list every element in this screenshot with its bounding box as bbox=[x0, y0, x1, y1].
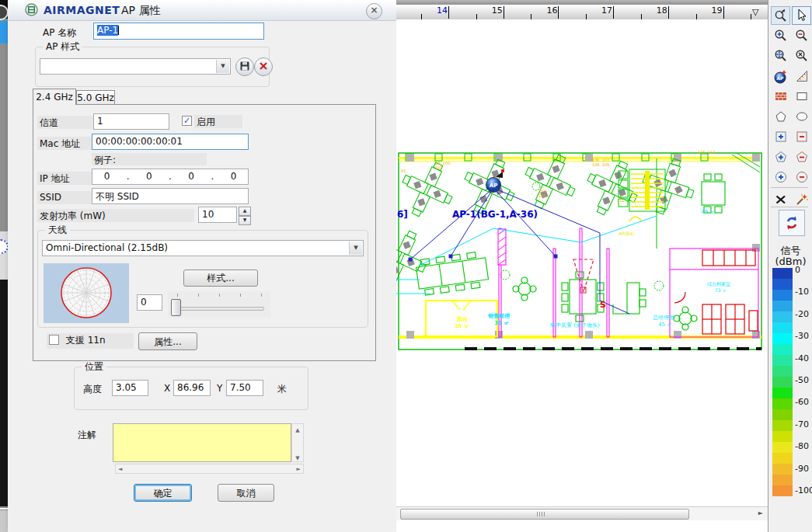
cancel-button[interactable]: 取消 bbox=[218, 484, 274, 502]
delete-style-button[interactable] bbox=[254, 57, 273, 76]
add-rect-area-button[interactable] bbox=[771, 127, 790, 146]
note-textarea[interactable] bbox=[113, 423, 291, 462]
antenna-style-button[interactable]: 样式... bbox=[183, 269, 258, 287]
ruler-number: 15 bbox=[479, 5, 503, 16]
spinner-down-icon[interactable]: ▼ bbox=[239, 216, 251, 225]
ok-button[interactable]: 确定 bbox=[134, 484, 192, 502]
text-caret bbox=[118, 26, 119, 35]
properties-button[interactable]: 属性... bbox=[138, 332, 197, 350]
svg-text:111.: 111. bbox=[617, 198, 626, 203]
ruler-triangle-icon bbox=[795, 69, 809, 83]
slider-track[interactable] bbox=[173, 307, 264, 311]
scroll-right-icon[interactable]: ► bbox=[758, 509, 763, 516]
remove-circle-area-button[interactable] bbox=[792, 168, 811, 186]
antenna-group: 天线 Omni-Directional (2.15dB) ▼ 样式... 0 bbox=[37, 230, 368, 328]
power-input[interactable]: 10 bbox=[198, 207, 237, 223]
ssid-input[interactable]: 不明 SSID bbox=[92, 188, 249, 204]
map-canvas[interactable]: AP AP-1(BG-1,A-36)6]91.98. 100.101.104.1… bbox=[396, 19, 768, 506]
draw-wall-button[interactable] bbox=[771, 87, 790, 106]
ip-octet-1[interactable]: 0 bbox=[104, 171, 110, 183]
height-input[interactable]: 3.05 bbox=[112, 380, 148, 396]
y-input[interactable]: 7.50 bbox=[226, 380, 263, 396]
add-polygon-area-button[interactable] bbox=[771, 148, 790, 166]
power-spinner[interactable]: ▲ ▼ bbox=[239, 207, 251, 225]
ap-properties-dialog: AIRMAGNET AP 属性 × AP 名称 AP-1 AP 样式 ▼ 2.4… bbox=[8, 0, 397, 532]
ellipse-icon bbox=[795, 110, 809, 123]
dialog-titlebar[interactable]: AIRMAGNET AP 属性 × bbox=[8, 0, 396, 21]
ap-name-input[interactable]: AP-1 bbox=[93, 23, 264, 40]
map-hscrollbar[interactable]: ► bbox=[396, 506, 768, 520]
scroll-down-icon[interactable]: ▼ bbox=[292, 455, 303, 461]
mac-input[interactable]: 00:00:00:00:00:01 bbox=[92, 134, 249, 150]
refresh-signal-button[interactable] bbox=[779, 210, 805, 236]
zoom-in-button[interactable] bbox=[771, 26, 790, 45]
ruler-number: 19 bbox=[699, 5, 723, 16]
hscroll-thumb[interactable] bbox=[400, 509, 689, 520]
draw-ellipse-button[interactable] bbox=[792, 107, 811, 126]
svg-text:销售经理: 销售经理 bbox=[487, 313, 511, 319]
polygon-icon bbox=[774, 110, 788, 123]
support-11n-checkbox[interactable] bbox=[49, 335, 59, 345]
close-icon[interactable]: × bbox=[366, 3, 382, 19]
cyan-cables bbox=[396, 216, 657, 294]
draw-polygon-button[interactable] bbox=[771, 107, 790, 126]
select-tool-button[interactable] bbox=[792, 6, 811, 25]
channel-label: 信道 bbox=[37, 116, 94, 129]
tab-5_0ghz[interactable]: 5.0 GHz bbox=[76, 90, 115, 105]
spinner-up-icon[interactable]: ▲ bbox=[239, 207, 251, 216]
x-input[interactable]: 86.96 bbox=[173, 380, 211, 396]
y-label: Y bbox=[217, 383, 222, 394]
svg-text:AP(84): AP(84) bbox=[619, 231, 634, 236]
chevron-down-icon[interactable]: ▼ bbox=[216, 60, 229, 73]
svg-text:总经理室: 总经理室 bbox=[652, 315, 674, 321]
ip-input[interactable]: 0. 0. 0. 0 bbox=[92, 169, 249, 185]
ip-octet-4[interactable]: 0 bbox=[231, 171, 237, 183]
note-vscrollbar[interactable]: ▲ ▼ bbox=[291, 423, 304, 462]
chevron-down-icon[interactable]: ▼ bbox=[349, 242, 362, 255]
antenna-combobox[interactable]: Omni-Directional (2.15dB) ▼ bbox=[42, 240, 364, 256]
scroll-right-icon[interactable]: ► bbox=[297, 466, 301, 472]
circle-plus-icon bbox=[774, 170, 788, 184]
svg-text:阳台: 阳台 bbox=[457, 316, 468, 322]
scroll-left-icon[interactable]: ◄ bbox=[118, 466, 122, 472]
zoom-pan-button[interactable] bbox=[771, 47, 790, 65]
zoom-out-button[interactable] bbox=[792, 26, 811, 45]
ap-name-label: AP 名称 bbox=[43, 26, 76, 40]
measure-button[interactable] bbox=[792, 67, 811, 85]
save-style-button[interactable] bbox=[235, 57, 254, 76]
slider-thumb[interactable] bbox=[171, 299, 181, 316]
svg-text:73 ㎡: 73 ㎡ bbox=[715, 287, 727, 293]
note-hscrollbar[interactable]: ◄ ► bbox=[115, 464, 304, 474]
plant bbox=[654, 281, 664, 290]
antenna-pattern-preview bbox=[44, 263, 129, 323]
dialog-title: AP 属性 bbox=[121, 4, 160, 18]
enable-checkbox[interactable]: ✓ bbox=[182, 116, 192, 126]
zoom-reset-button[interactable] bbox=[792, 47, 811, 65]
legend-unit: (dBm) bbox=[768, 256, 812, 267]
antenna-value: Omni-Directional (2.15dB) bbox=[46, 242, 168, 253]
svg-text:49 ㎡: 49 ㎡ bbox=[701, 209, 715, 215]
svg-text:综合档案室: 综合档案室 bbox=[707, 281, 730, 287]
remove-rect-area-button[interactable] bbox=[792, 127, 811, 146]
power-label: 发射功率 (mW) bbox=[37, 209, 194, 222]
channel-input[interactable]: 1 bbox=[93, 113, 169, 130]
conference-table bbox=[562, 272, 604, 322]
svg-text:105.: 105. bbox=[538, 193, 548, 198]
add-circle-area-button[interactable] bbox=[771, 168, 790, 186]
background-app-strip bbox=[0, 0, 8, 532]
refresh-icon bbox=[783, 214, 800, 231]
draw-rectangle-button[interactable] bbox=[792, 87, 811, 106]
remove-polygon-area-button[interactable] bbox=[792, 148, 811, 166]
place-ap-button[interactable]: AP bbox=[771, 67, 790, 85]
ip-dot: . bbox=[169, 171, 172, 183]
antenna-rotation-slider[interactable] bbox=[168, 291, 270, 318]
ip-octet-2[interactable]: 0 bbox=[146, 171, 152, 183]
ip-octet-3[interactable]: 0 bbox=[188, 171, 194, 183]
scroll-up-icon[interactable]: ▲ bbox=[292, 427, 303, 433]
antenna-rotation-input[interactable]: 0 bbox=[137, 294, 162, 311]
ap-style-combobox[interactable]: ▼ bbox=[40, 58, 231, 75]
tab-2_4ghz[interactable]: 2.4 GHz bbox=[33, 89, 76, 105]
zoom-in-icon bbox=[774, 29, 788, 43]
svg-text:108. 109.: 108. 109. bbox=[592, 162, 611, 167]
zoom-window-button[interactable] bbox=[771, 6, 790, 25]
